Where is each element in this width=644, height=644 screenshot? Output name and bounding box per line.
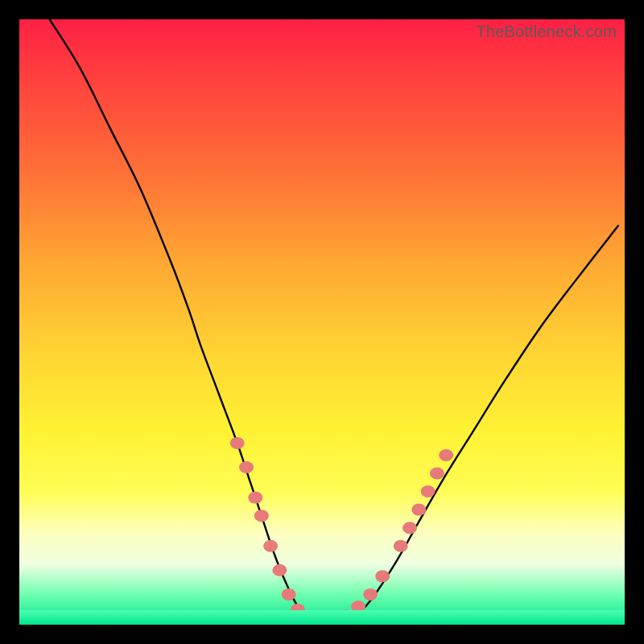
curve-marker xyxy=(439,449,453,461)
curve-marker xyxy=(363,588,378,601)
chart-area: TheBottleneck.com xyxy=(19,19,625,625)
watermark-text: TheBottleneck.com xyxy=(476,23,617,41)
bottleneck-curve-line xyxy=(50,19,619,625)
curve-marker xyxy=(421,485,436,497)
curve-marker xyxy=(430,468,444,480)
curve-group xyxy=(50,19,619,625)
curve-marker xyxy=(411,504,426,516)
curve-marker xyxy=(394,540,408,552)
curve-marker xyxy=(248,492,262,504)
curve-marker xyxy=(282,588,296,601)
curve-marker xyxy=(375,570,390,582)
curve-markers xyxy=(230,437,453,625)
curve-marker xyxy=(402,522,417,534)
curve-marker xyxy=(230,437,245,449)
baseline-strip xyxy=(19,610,625,625)
curve-marker xyxy=(272,564,287,576)
curve-marker xyxy=(263,540,278,552)
bottleneck-chart xyxy=(19,19,625,625)
curve-marker xyxy=(254,510,269,522)
curve-marker xyxy=(239,461,254,473)
